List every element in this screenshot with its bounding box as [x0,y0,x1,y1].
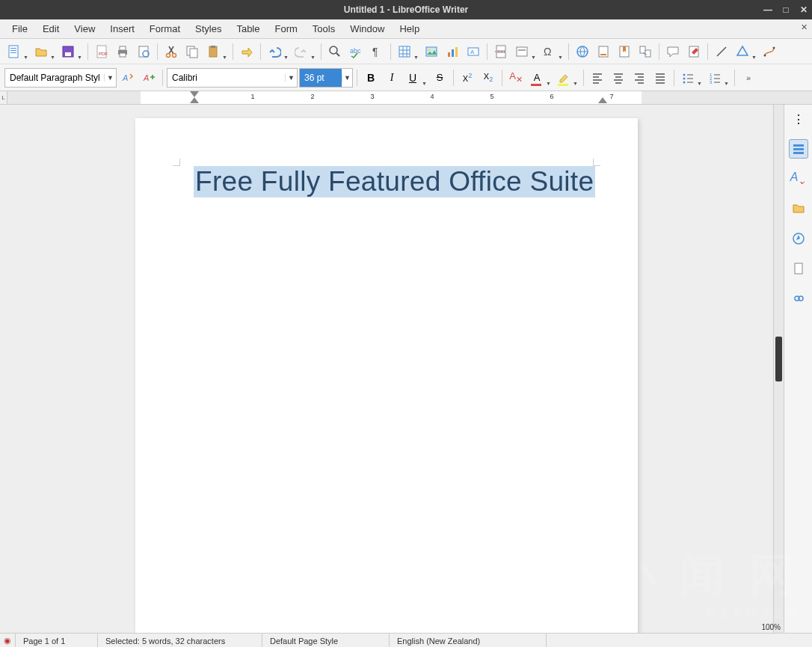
menu-format[interactable]: Format [142,21,188,37]
menu-tools[interactable]: Tools [305,21,342,37]
update-style-button[interactable]: A [118,68,138,88]
close-window-button[interactable]: ✕ [799,4,809,15]
sidebar-settings-icon[interactable]: ⋮ [789,109,808,129]
window-titlebar: Untitled 1 - LibreOffice Writer — □ ✕ [0,0,812,19]
svg-text:A: A [470,49,475,55]
superscript-button[interactable]: X2 [458,68,477,88]
close-document-button[interactable]: ✕ [801,22,808,32]
sidebar-styles-icon[interactable]: A⌄ [789,169,808,188]
sidebar-page-icon[interactable] [789,259,808,278]
insert-line-button[interactable] [712,42,731,61]
chevron-down-icon[interactable]: ▼ [342,74,352,82]
bullet-list-button[interactable]: ▼ [678,68,698,88]
minimize-button[interactable]: — [763,4,773,15]
formatting-marks-button[interactable]: ¶ [367,42,387,61]
redo-button[interactable]: ▼ [292,42,311,61]
highlight-color-button[interactable]: ▼ [554,68,573,88]
find-replace-button[interactable] [325,42,345,61]
undo-button[interactable]: ▼ [265,42,284,61]
selected-text[interactable]: Free Fully Featured Office Suite [194,166,595,197]
document-area[interactable]: Free Fully Featured Office Suite [0,105,773,633]
italic-button[interactable]: I [382,68,402,88]
menu-insert[interactable]: Insert [102,21,142,37]
status-page[interactable]: Page 1 of 1 [16,634,98,647]
font-size-input[interactable] [300,69,342,87]
insert-cross-ref-button[interactable] [636,42,655,61]
menu-window[interactable]: Window [342,21,392,37]
svg-rect-31 [496,52,505,58]
menu-styles[interactable]: Styles [188,21,229,37]
numbered-list-button[interactable]: 123▼ [705,68,725,88]
insert-hyperlink-button[interactable] [573,42,592,61]
font-color-button[interactable]: A▼ [527,68,547,88]
insert-textbox-button[interactable]: A [464,42,483,61]
insert-field-button[interactable]: ▼ [512,42,532,61]
underline-button[interactable]: U▼ [403,68,422,88]
svg-point-48 [683,81,686,83]
save-button[interactable]: ▼ [58,42,78,61]
export-pdf-button[interactable]: PDF [92,42,111,61]
svg-point-43 [773,46,775,49]
insert-table-button[interactable]: ▼ [395,42,414,61]
svg-rect-9 [120,46,126,50]
copy-button[interactable] [182,42,202,61]
basic-shapes-button[interactable]: ▼ [733,42,752,61]
track-changes-button[interactable] [684,42,704,61]
menu-edit[interactable]: Edit [35,21,67,37]
chevron-down-icon[interactable]: ▼ [285,74,297,82]
font-name-combo[interactable]: ▼ [167,68,298,88]
open-button[interactable]: ▼ [31,42,51,61]
new-document-button[interactable]: ▼ [4,42,24,61]
print-button[interactable] [113,42,132,61]
align-center-button[interactable] [609,68,628,88]
align-left-button[interactable] [588,68,607,88]
cut-button[interactable] [162,42,181,61]
status-language[interactable]: English (New Zealand) [390,634,547,647]
vertical-scrollbar[interactable]: 100% [773,105,784,633]
insert-page-break-button[interactable] [491,42,511,61]
align-right-button[interactable] [630,68,649,88]
horizontal-ruler[interactable]: L 1 2 3 4 5 6 7 [0,91,812,105]
sidebar-navigator-icon[interactable] [789,229,808,248]
clear-formatting-button[interactable]: A✕ [506,68,526,88]
font-size-combo[interactable]: ▼ [299,68,353,88]
menu-view[interactable]: View [67,21,102,37]
scrollbar-thumb[interactable] [775,337,782,381]
menu-file[interactable]: File [4,21,35,37]
insert-bookmark-button[interactable] [615,42,634,61]
menu-table[interactable]: Table [229,21,267,37]
insert-special-char-button[interactable]: Ω▼ [539,42,559,61]
paragraph-style-input[interactable] [5,69,104,87]
align-justify-button[interactable] [650,68,670,88]
chevron-down-icon[interactable]: ▼ [104,74,116,82]
document-page[interactable]: Free Fully Featured Office Suite [135,118,638,633]
status-page-style[interactable]: Default Page Style [262,634,390,647]
print-preview-button[interactable] [134,42,153,61]
paragraph-style-combo[interactable]: ▼ [4,68,117,88]
menu-help[interactable]: Help [392,21,427,37]
clone-formatting-button[interactable] [237,42,256,61]
menu-form[interactable]: Form [267,21,304,37]
more-options-button[interactable]: » [739,68,758,88]
save-status-icon[interactable]: ◉ [0,634,16,647]
svg-rect-54 [793,152,804,154]
bold-button[interactable]: B [361,68,381,88]
show-draw-functions-button[interactable] [760,42,779,61]
sidebar: ⋮ A⌄ [784,105,812,633]
sidebar-style-inspector-icon[interactable] [789,289,808,308]
sidebar-properties-icon[interactable] [789,139,808,159]
insert-chart-button[interactable] [443,42,462,61]
paste-button[interactable]: ▼ [203,42,223,61]
svg-point-14 [173,53,176,57]
maximize-button[interactable]: □ [781,4,791,15]
new-style-button[interactable]: A [139,68,159,88]
insert-image-button[interactable] [422,42,441,61]
insert-comment-button[interactable] [663,42,683,61]
insert-footnote-button[interactable] [594,42,613,61]
spellcheck-button[interactable]: abc [346,42,366,61]
svg-rect-27 [455,47,458,57]
sidebar-gallery-icon[interactable] [789,199,808,218]
strikethrough-button[interactable]: S [430,68,449,88]
font-name-input[interactable] [167,69,285,87]
subscript-button[interactable]: X2 [479,68,498,88]
